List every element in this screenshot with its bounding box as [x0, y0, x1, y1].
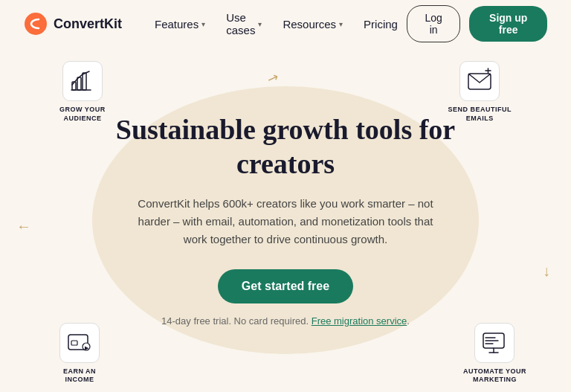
earn-icon-box: ▶ — [59, 323, 100, 363]
hero-title: Sustainable growth tools for creators — [107, 113, 464, 181]
grow-label: Grow Your Audience — [59, 106, 106, 123]
float-email: Send Beautiful Emails — [448, 61, 512, 123]
hero-content: Sustainable growth tools for creators Co… — [107, 113, 464, 326]
float-grow: Grow Your Audience — [59, 61, 106, 123]
automate-icon-box — [474, 323, 514, 363]
automate-label: Automate Your Marketing — [463, 367, 526, 385]
nav-actions: Log in Sign up free — [407, 5, 547, 42]
nav-item-features[interactable]: Features ▾ — [146, 12, 214, 36]
nav-item-usecases[interactable]: Use cases ▾ — [217, 5, 271, 42]
arrow-right-icon: ↓ — [543, 263, 550, 280]
email-label: Send Beautiful Emails — [448, 106, 512, 123]
chevron-down-icon: ▾ — [201, 20, 205, 28]
logo[interactable]: ConvertKit — [24, 12, 122, 36]
arrow-left-icon: ← — [16, 218, 31, 235]
hero-section: ↗ ← ↓ Grow Your Audience Send Beautiful … — [0, 48, 571, 392]
chevron-down-icon: ▾ — [339, 20, 343, 28]
migration-link[interactable]: Free migration service — [312, 315, 407, 327]
nav-item-pricing[interactable]: Pricing — [355, 12, 407, 36]
nav-links: Features ▾ Use cases ▾ Resources ▾ Prici… — [146, 5, 407, 42]
svg-rect-2 — [77, 77, 81, 90]
cta-button[interactable]: Get started free — [218, 269, 353, 303]
email-icon-box — [459, 61, 500, 101]
grow-chart-icon — [70, 68, 95, 94]
float-earn: ▶ Earn An Income — [59, 323, 100, 385]
arrow-top-icon: ↗ — [265, 68, 282, 88]
navbar: ConvertKit Features ▾ Use cases ▾ Resour… — [0, 0, 571, 48]
hero-note: 14-day free trial. No card required. Fre… — [107, 315, 464, 327]
hero-subtitle: ConvertKit helps 600k+ creators like you… — [137, 195, 434, 248]
automate-screen-icon — [482, 330, 507, 356]
signup-button[interactable]: Sign up free — [469, 6, 547, 42]
svg-point-0 — [25, 13, 47, 35]
chevron-down-icon: ▾ — [258, 20, 262, 28]
svg-rect-9 — [71, 341, 77, 345]
brand-name: ConvertKit — [54, 16, 122, 32]
nav-item-resources[interactable]: Resources ▾ — [274, 12, 352, 36]
earn-card-icon: ▶ — [67, 330, 92, 356]
earn-label: Earn An Income — [63, 367, 96, 385]
grow-icon-box — [62, 61, 103, 101]
logo-icon — [24, 12, 48, 36]
email-envelope-icon — [467, 71, 492, 91]
svg-rect-3 — [83, 73, 86, 90]
float-automate: Automate Your Marketing — [463, 323, 526, 385]
login-button[interactable]: Log in — [407, 5, 460, 42]
